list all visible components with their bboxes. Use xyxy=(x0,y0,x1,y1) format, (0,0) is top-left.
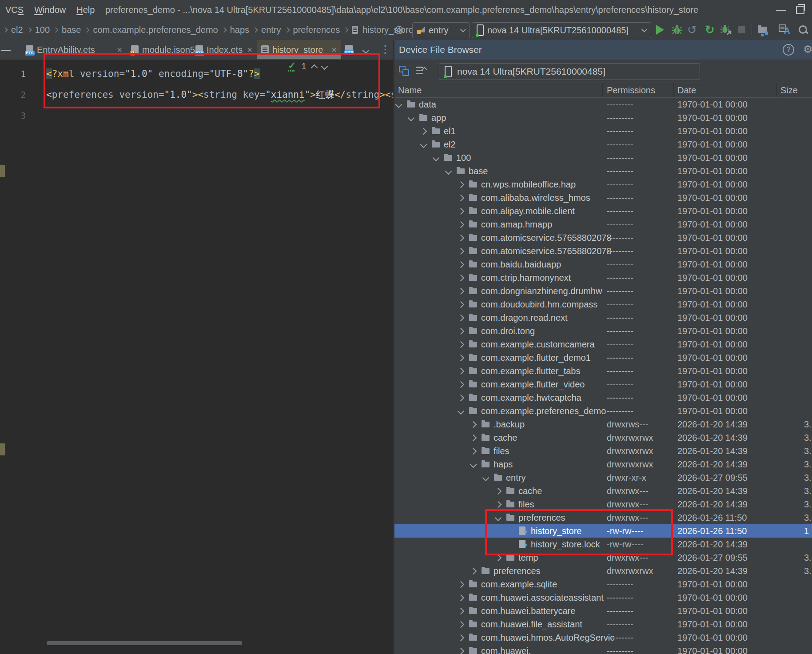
chevron-expanded-icon[interactable] xyxy=(445,168,452,175)
chevron-expanded-icon[interactable] xyxy=(470,461,477,468)
tree-row-com.example.customcamera[interactable]: com.example.customcamera---------1970-01… xyxy=(394,338,812,351)
tree-row-base[interactable]: base---------1970-01-01 00:00 xyxy=(394,164,812,178)
chevron-collapsed-icon[interactable] xyxy=(470,435,477,442)
tree-row-com.example.hwtcaptcha[interactable]: com.example.hwtcaptcha---------1970-01-0… xyxy=(394,391,812,404)
chevron-expanded-icon[interactable] xyxy=(433,155,440,162)
tree-row-com.alibaba.wireless_hmos[interactable]: com.alibaba.wireless_hmos---------1970-0… xyxy=(394,191,812,204)
chevron-collapsed-icon[interactable] xyxy=(458,621,465,628)
target-icon[interactable]: ◎ xyxy=(394,23,404,36)
tree-row-history_store.lock[interactable]: history_store.lock-rw-rw----2026-01-20 1… xyxy=(394,538,812,551)
tree-row-com.alipay.mobile.client[interactable]: com.alipay.mobile.client---------1970-01… xyxy=(394,204,812,218)
next-occurrence-icon[interactable] xyxy=(321,63,328,70)
tree-row-100[interactable]: 100---------1970-01-01 00:00 xyxy=(394,151,812,164)
partial-tab-ets-icon[interactable]: ETS xyxy=(345,45,353,54)
help-icon[interactable]: ? xyxy=(783,44,794,56)
chevron-expanded-icon[interactable] xyxy=(482,475,490,482)
open-in-splits-icon[interactable] xyxy=(399,66,406,72)
chevron-collapsed-icon[interactable] xyxy=(458,195,465,202)
tree-row-cache[interactable]: cachedrwxrwx---2026-01-20 14:393. xyxy=(394,484,812,498)
menu-item-vcs[interactable]: VCS xyxy=(0,5,29,15)
tree-row-com.droi.tong[interactable]: com.droi.tong---------1970-01-01 00:00 xyxy=(394,324,812,338)
hide-tab-strip-icon[interactable]: — xyxy=(0,40,12,60)
tree-row-com.huawei.hmos.AutoRegServic[interactable]: com.huawei.hmos.AutoRegServic---------19… xyxy=(394,631,812,644)
chevron-collapsed-icon[interactable] xyxy=(458,594,465,602)
tree-row-.backup[interactable]: .backupdrwxrws---2026-01-20 14:393. xyxy=(394,418,812,431)
chevron-collapsed-icon[interactable] xyxy=(458,368,465,375)
chevron-collapsed-icon[interactable] xyxy=(458,315,465,322)
tree-row-com.huawei.associateassistant[interactable]: com.huawei.associateassistant---------19… xyxy=(394,591,812,604)
chevron-collapsed-icon[interactable] xyxy=(495,501,502,508)
chevron-collapsed-icon[interactable] xyxy=(458,395,465,402)
chevron-collapsed-icon[interactable] xyxy=(458,381,465,388)
chevron-collapsed-icon[interactable] xyxy=(458,261,465,268)
tree-row-com.dongnianzhineng.drumhw[interactable]: com.dongnianzhineng.drumhw---------1970-… xyxy=(394,284,812,298)
tree-row-com.example.sqlite[interactable]: com.example.sqlite---------1970-01-01 00… xyxy=(394,578,812,591)
previous-occurrence-icon[interactable] xyxy=(310,64,318,72)
tab-options-kebab-icon[interactable]: ⋮ xyxy=(380,43,390,56)
chevron-collapsed-icon[interactable] xyxy=(458,181,465,188)
breadcrumb-item[interactable]: haps xyxy=(228,25,251,35)
maximize-button[interactable] xyxy=(796,6,804,14)
chevron-collapsed-icon[interactable] xyxy=(458,328,465,335)
minimize-button[interactable]: — xyxy=(772,0,790,20)
tree-row-com.baidu.baiduapp[interactable]: com.baidu.baiduapp---------1970-01-01 00… xyxy=(394,258,812,271)
chevron-collapsed-icon[interactable] xyxy=(458,221,465,228)
tab-list-chevron-icon[interactable] xyxy=(362,47,370,54)
tree-row-el2[interactable]: el2---------1970-01-01 00:00 xyxy=(394,138,812,151)
chevron-expanded-icon[interactable] xyxy=(495,514,502,522)
editor-horizontal-scrollbar[interactable] xyxy=(47,641,242,645)
tree-row-files[interactable]: filesdrwxrwxrwx2026-01-20 14:393. xyxy=(394,444,812,458)
editor-tab-Index.ets[interactable]: ETSIndex.ets× xyxy=(191,40,257,60)
chevron-expanded-icon[interactable] xyxy=(395,101,402,108)
attach-profiler-button[interactable]: ↺ xyxy=(685,20,699,40)
tree-row-temp[interactable]: tempdrwxrwx---2026-01-27 09:553. xyxy=(394,551,812,564)
tree-row-com.doudoubird.hm.compass[interactable]: com.doudoubird.hm.compass---------1970-0… xyxy=(394,298,812,311)
chevron-collapsed-icon[interactable] xyxy=(495,554,502,562)
search-everywhere-button[interactable] xyxy=(796,20,810,40)
chevron-collapsed-icon[interactable] xyxy=(458,235,465,242)
module-selector[interactable]: entry xyxy=(412,22,470,38)
tree-row-com.example.flutter_video[interactable]: com.example.flutter_video---------1970-0… xyxy=(394,378,812,391)
panel-device-selector[interactable]: nova 14 Ultra[5KRUT25610000485] xyxy=(439,63,700,80)
code-editor[interactable]: 1<?xml version="1.0" encoding="UTF-8"?>2… xyxy=(0,60,393,654)
breadcrumb-item[interactable]: el2 xyxy=(9,25,25,35)
chevron-collapsed-icon[interactable] xyxy=(458,208,465,215)
attach-debugger-button[interactable] xyxy=(719,20,733,40)
tree-row-cache[interactable]: cachedrwxrwxrwx2026-01-20 14:393. xyxy=(394,431,812,444)
tree-row-app[interactable]: app---------1970-01-01 00:00 xyxy=(394,111,812,124)
chevron-expanded-icon[interactable] xyxy=(458,408,465,415)
chevron-collapsed-icon[interactable] xyxy=(470,421,477,428)
gear-icon[interactable]: ⚙ xyxy=(803,43,812,56)
menu-item-help[interactable]: Help xyxy=(71,5,100,15)
tree-row-com.atomicservice.57658802078[interactable]: com.atomicservice.57658802078---------19… xyxy=(394,244,812,258)
tree-row-com.example.flutter_demo1[interactable]: com.example.flutter_demo1---------1970-0… xyxy=(394,351,812,364)
breadcrumb-item[interactable]: preferences xyxy=(291,25,342,35)
breadcrumb-item[interactable]: base xyxy=(60,25,83,35)
chevron-collapsed-icon[interactable] xyxy=(458,608,465,615)
collapse-all-icon[interactable] xyxy=(416,67,423,68)
chevron-collapsed-icon[interactable] xyxy=(458,355,465,362)
tree-row-com.dragon.read.next[interactable]: com.dragon.read.next---------1970-01-01 … xyxy=(394,311,812,324)
tree-row-entry[interactable]: entrydrwxr-xr-x2026-01-27 09:553. xyxy=(394,471,812,484)
tree-row-haps[interactable]: hapsdrwxrwxrwx2026-01-20 14:393. xyxy=(394,458,812,471)
debug-button[interactable] xyxy=(670,20,684,40)
editor-tab-module.json5[interactable]: {}module.json5× xyxy=(127,40,191,60)
breadcrumb-item[interactable]: entry xyxy=(259,25,283,35)
tree-row-el1[interactable]: el1---------1970-01-01 00:00 xyxy=(394,124,812,138)
chevron-collapsed-icon[interactable] xyxy=(458,341,465,348)
stop-button[interactable] xyxy=(735,20,749,40)
breadcrumb-item[interactable]: 100 xyxy=(33,25,52,35)
chevron-collapsed-icon[interactable] xyxy=(458,248,465,255)
tree-row-files[interactable]: filesdrwxrwx---2026-01-20 14:393. xyxy=(394,498,812,511)
tree-row-cn.wps.mobileoffice.hap[interactable]: cn.wps.mobileoffice.hap---------1970-01-… xyxy=(394,178,812,191)
tree-row-com.huawei.batterycare[interactable]: com.huawei.batterycare---------1970-01-0… xyxy=(394,604,812,618)
tree-row-com.example.flutter_tabs[interactable]: com.example.flutter_tabs---------1970-01… xyxy=(394,364,812,378)
inspections-widget[interactable]: ✓ 1 xyxy=(288,61,327,72)
tree-row-com.atomicservice.57658802078[interactable]: com.atomicservice.57658802078---------19… xyxy=(394,231,812,244)
rerun-button[interactable]: ↻ xyxy=(703,20,717,40)
chevron-collapsed-icon[interactable] xyxy=(470,568,477,575)
breadcrumb-item-file[interactable]: history_store xyxy=(361,25,415,35)
run-button[interactable] xyxy=(653,20,667,40)
chevron-collapsed-icon[interactable] xyxy=(458,301,465,308)
chevron-collapsed-icon[interactable] xyxy=(458,288,465,295)
